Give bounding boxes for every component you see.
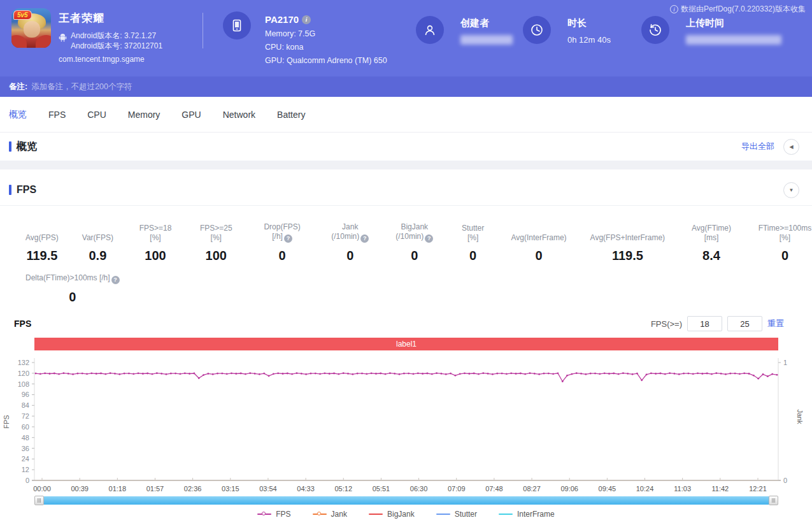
stat-label: Avg(FPS) (25, 233, 59, 243)
svg-text:FPS: FPS (3, 415, 10, 428)
stat-label: Avg(FPS+InterFrame) (590, 233, 665, 243)
notes-label: 备注: (9, 82, 27, 92)
stat-value: 0 (258, 248, 306, 263)
stat-label: Var(FPS) (82, 233, 113, 243)
stat-value: 0 (25, 290, 120, 305)
tab-GPU[interactable]: GPU (182, 110, 201, 120)
legend-item-bigjank[interactable]: BigJank (369, 510, 415, 519)
collapse-overview-button[interactable]: ◀ (783, 139, 799, 155)
tab-Network[interactable]: Network (223, 110, 255, 120)
export-all-link[interactable]: 导出全部 (741, 141, 774, 152)
upload-time-label: 上传时间 (686, 17, 781, 29)
chart-legend: FPSJankBigJankStutterInterFrame (0, 510, 812, 519)
svg-text:07:09: 07:09 (448, 485, 466, 493)
fps-section-title: FPS (17, 184, 36, 196)
svg-text:00:00: 00:00 (33, 485, 51, 493)
svg-text:02:36: 02:36 (184, 485, 202, 493)
stat-label: Avg(FTime) [ms] (688, 224, 734, 243)
android-version-code: Android版本号: 372012701 (71, 41, 162, 51)
stat-bigjank-10min-: BigJank (/10min)?0 (394, 222, 435, 263)
creator-label: 创建者 (460, 17, 513, 29)
legend-swatch (436, 514, 450, 515)
stat-delta-ftime->100ms-h-: Delta(FTime)>100ms [/h]?0 (25, 273, 120, 305)
stat-label: Delta(FTime)>100ms [/h]? (25, 273, 120, 284)
svg-text:36: 36 (22, 445, 29, 452)
legend-item-fps[interactable]: FPS (257, 510, 290, 519)
question-icon[interactable]: ? (284, 234, 292, 243)
notes-bar[interactable]: 备注: 添加备注，不超过200个字符 (0, 76, 812, 97)
android-version-name: Android版本名: 3.72.1.27 (71, 31, 162, 41)
device-info-icon[interactable]: i (302, 15, 311, 24)
svg-text:03:54: 03:54 (259, 485, 277, 493)
section-accent-bar (9, 185, 11, 195)
upload-time-block: 上传时间 (641, 16, 781, 45)
legend-label: BigJank (387, 510, 415, 519)
legend-swatch (369, 514, 383, 515)
device-info-block: PA2170 i Memory: 7.5G CPU: kona GPU: Qua… (223, 11, 387, 65)
svg-text:11:42: 11:42 (711, 485, 729, 493)
perfdog-version-note: i 数据由PerfDog(7.0.220332)版本收集 (670, 4, 806, 15)
tab-Battery[interactable]: Battery (277, 110, 305, 120)
header-divider (203, 13, 203, 48)
legend-item-stutter[interactable]: Stutter (436, 510, 477, 519)
user-icon (423, 23, 437, 37)
legend-label: Jank (331, 510, 347, 519)
stat-avg-ftime-ms-: Avg(FTime) [ms]8.4 (688, 224, 734, 263)
tab-Memory[interactable]: Memory (128, 110, 160, 120)
svg-text:05:12: 05:12 (334, 485, 352, 493)
svg-text:1: 1 (783, 359, 787, 366)
section-accent-bar (9, 141, 11, 152)
scrollbar-left-handle[interactable] (34, 496, 44, 505)
stat-value: 119.5 (590, 248, 665, 263)
svg-text:01:18: 01:18 (109, 485, 127, 493)
fps-line-chart[interactable]: 0122436486072849610812013201FPSJank00:00… (0, 353, 812, 496)
upload-time-value-redacted (686, 35, 781, 45)
legend-label: FPS (276, 510, 290, 519)
legend-marker-dot (262, 512, 266, 515)
duration-label: 时长 (567, 17, 611, 29)
svg-text:120: 120 (18, 370, 29, 377)
tab-FPS[interactable]: FPS (48, 110, 66, 120)
svg-text:96: 96 (22, 391, 29, 398)
fps-stats-row: Avg(FPS)119.5Var(FPS)0.9FPS>=18 [%]100FP… (0, 206, 812, 263)
fps-threshold-max-input[interactable] (727, 316, 762, 331)
legend-item-jank[interactable]: Jank (313, 510, 347, 519)
legend-item-interframe[interactable]: InterFrame (499, 510, 555, 519)
legend-label: Stutter (455, 510, 477, 519)
svg-text:48: 48 (22, 434, 29, 442)
legend-label: InterFrame (517, 510, 555, 519)
clock-icon (530, 23, 544, 37)
svg-text:108: 108 (18, 380, 29, 388)
svg-text:12:21: 12:21 (749, 485, 767, 493)
svg-text:06:30: 06:30 (410, 485, 428, 493)
fps-chart-header: FPS FPS(>=) 重置 (0, 305, 812, 331)
stat-fps>=25-: FPS>=25 [%]100 (197, 224, 234, 263)
question-icon[interactable]: ? (360, 234, 369, 243)
stat-fps>=18-: FPS>=18 [%]100 (137, 224, 174, 263)
stat-value: 8.4 (688, 248, 734, 263)
svg-text:11:03: 11:03 (674, 485, 691, 493)
fps-chart-title: FPS (14, 319, 31, 329)
stat-label: Drop(FPS) [/h]? (258, 222, 306, 243)
tab-CPU[interactable]: CPU (87, 110, 106, 120)
stat-value: 0 (459, 248, 488, 263)
svg-text:05:51: 05:51 (373, 485, 390, 493)
scrollbar-right-handle[interactable] (769, 496, 778, 505)
collapse-fps-button[interactable]: ▼ (783, 182, 799, 198)
stat-value: 0 (511, 248, 566, 263)
stat-value: 0 (758, 248, 812, 263)
svg-text:04:33: 04:33 (297, 485, 315, 493)
notes-placeholder: 添加备注，不超过200个字符 (31, 82, 132, 92)
question-icon[interactable]: ? (425, 234, 433, 243)
fps-threshold-min-input[interactable] (687, 316, 722, 331)
question-icon[interactable]: ? (111, 276, 120, 284)
chart-range-scrollbar[interactable] (34, 496, 778, 505)
stat-value: 0.9 (82, 248, 113, 263)
svg-text:0: 0 (783, 477, 787, 484)
tab-概览[interactable]: 概览 (9, 109, 27, 120)
svg-text:10:24: 10:24 (636, 485, 654, 493)
stat-label: FPS>=25 [%] (197, 224, 234, 243)
svg-text:0: 0 (25, 477, 29, 484)
reset-link[interactable]: 重置 (767, 318, 784, 329)
stat-value: 119.5 (25, 248, 59, 263)
